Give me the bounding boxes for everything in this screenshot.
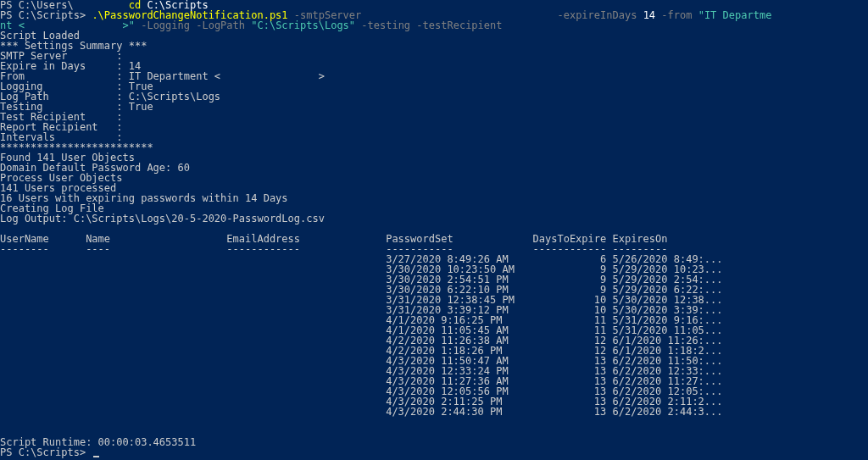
cursor [93,456,99,457]
ps-prompt-final[interactable]: PS C:\Scripts> [0,447,868,457]
param-logpath: -LogPath [196,19,251,31]
param-expireindays: -expireInDays [557,9,643,21]
arg-from-close: >" [123,19,142,31]
output-testing: Testing : True [0,102,868,112]
script-runtime: Script Runtime: 00:00:03.4653511 [0,437,868,447]
param-logging: -Logging [141,19,196,31]
output-default-age: Domain Default Password Age: 60 [0,163,868,173]
arg-expiredays: 14 [643,9,662,21]
arg-from-part1: "IT Departme [698,9,772,21]
output-process-users: Process User Objects [0,173,868,183]
output-settings-header: *** Settings Summary *** [0,41,868,51]
table-body: 3/27/2020 8:49:26 AM 6 5/26/2020 8:49:..… [0,254,868,417]
blank-line-2 [0,417,868,427]
param-from: -from [661,9,698,21]
command-line-3: nt < >" -Logging -LogPath "C:\Scripts\Lo… [0,20,868,30]
output-log-output: Log Output: C:\Scripts\Logs\20-5-2020-Pa… [0,213,868,224]
param-testing: -testing [361,19,416,31]
arg-logpath: "C:\Scripts\Logs" [251,19,361,31]
output-expiring-users: 16 Users with expiring passwords within … [0,193,868,203]
output-testrecipient: Test Recipient : [0,112,868,122]
output-reportrecipient: Report Recipient : [0,122,868,132]
table-row: 4/3/2020 2:44:30 PM 13 6/2/2020 2:44:3..… [0,407,868,417]
param-testrecipient: -testRecipient [416,19,508,31]
